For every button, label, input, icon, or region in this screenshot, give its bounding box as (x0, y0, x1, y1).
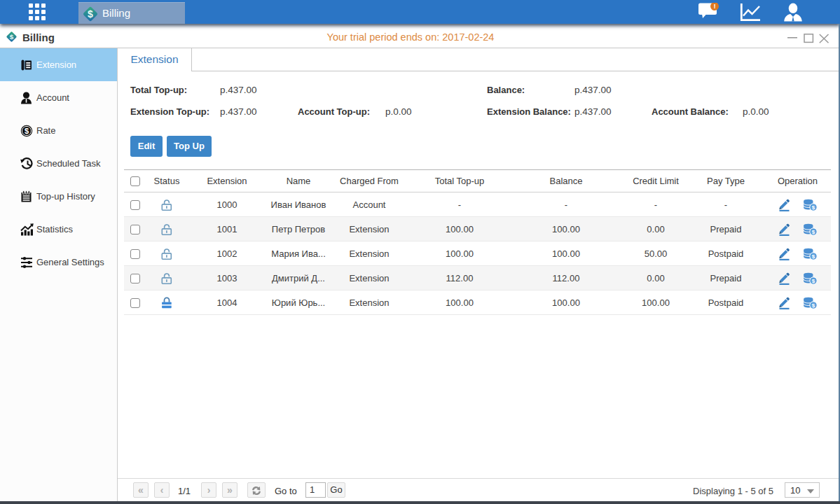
svg-text:$: $ (812, 302, 815, 308)
svg-text:$: $ (88, 8, 93, 20)
svg-text:$: $ (812, 253, 815, 259)
svg-text:!: ! (713, 3, 715, 10)
svg-text:$: $ (812, 277, 815, 284)
svg-text:$: $ (812, 228, 815, 234)
svg-text:$: $ (25, 127, 29, 135)
svg-text:$: $ (812, 204, 815, 210)
